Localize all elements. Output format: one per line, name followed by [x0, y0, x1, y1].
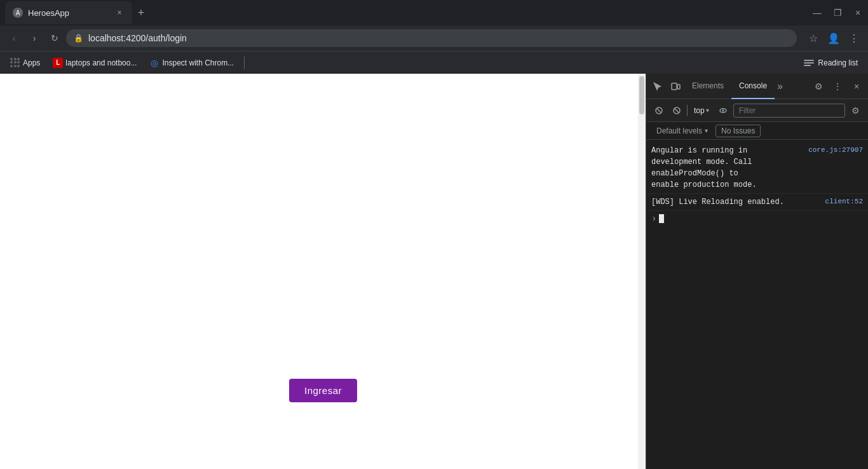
close-window-button[interactable]: × — [853, 8, 863, 18]
devtools-levels-button[interactable]: Default levels ▾ — [651, 125, 713, 137]
reload-button[interactable]: ↻ — [46, 29, 64, 47]
bookmarks-separator — [244, 57, 245, 69]
url-bar[interactable]: 🔒 localhost:4200/auth/login — [66, 29, 797, 47]
svg-rect-0 — [672, 83, 677, 90]
bookmark-laptops-label: laptops and notboo... — [65, 58, 137, 67]
console-source-1[interactable]: client:52 — [825, 196, 863, 205]
devtools-more-tabs[interactable]: » — [775, 81, 785, 92]
devtools-ban-button[interactable] — [669, 103, 684, 118]
svg-point-7 — [722, 109, 724, 111]
ingresar-button[interactable]: Ingresar — [289, 379, 357, 402]
back-button[interactable]: ‹ — [5, 29, 23, 47]
profile-button[interactable]: 👤 — [825, 29, 843, 47]
svg-line-3 — [657, 109, 661, 112]
devtools-context-selector[interactable]: top ▾ — [690, 105, 713, 116]
devtools-device-button[interactable] — [667, 78, 684, 95]
reading-list-button[interactable]: Reading list — [799, 55, 863, 71]
devtools-levels-label: Default levels — [656, 126, 702, 135]
tab-favicon: A — [13, 8, 23, 18]
console-message-0: Angular is running in development mode. … — [651, 145, 803, 191]
bookmark-inspect[interactable]: ◎ Inspect with Chrom... — [144, 55, 239, 71]
bookmark-star-button[interactable]: ☆ — [804, 29, 822, 47]
menu-button[interactable]: ⋮ — [845, 29, 863, 47]
devtools-more-button[interactable]: ⋮ — [829, 78, 846, 95]
devtools-toolbar: Elements Console » ⚙ ⋮ × — [646, 74, 868, 99]
devtools-tabs: Elements Console » — [684, 74, 810, 99]
bookmark-apps-label: Apps — [23, 58, 40, 67]
devtools-levels-arrow: ▾ — [705, 127, 708, 134]
main-area: Ingresar Elements Console » — [0, 74, 868, 469]
svg-line-5 — [675, 108, 679, 112]
bookmarks-bar: Apps L laptops and notboo... ◎ Inspect w… — [0, 51, 868, 74]
devtools-tab-console[interactable]: Console — [731, 74, 775, 99]
bookmark-inspect-icon: ◎ — [149, 58, 159, 68]
bookmark-laptops-icon: L — [53, 58, 63, 68]
webpage: Ingresar — [0, 74, 638, 469]
maximize-button[interactable]: ❐ — [832, 8, 843, 18]
devtools-filter-settings[interactable]: ⚙ — [848, 103, 863, 118]
devtools-levels-bar: Default levels ▾ No Issues — [646, 122, 868, 140]
bookmark-apps[interactable]: Apps — [5, 55, 45, 71]
bookmark-inspect-label: Inspect with Chrom... — [162, 58, 234, 67]
devtools-tab-elements[interactable]: Elements — [684, 74, 731, 99]
prompt-arrow-icon: › — [651, 214, 656, 224]
window-controls: — ❐ × — [812, 8, 863, 18]
console-cursor — [659, 214, 664, 223]
svg-rect-1 — [677, 85, 680, 89]
devtools-context-arrow: ▾ — [706, 107, 709, 114]
tab-title: HeroesApp — [28, 8, 109, 18]
devtools-eye-button[interactable] — [715, 103, 731, 118]
console-message-1: [WDS] Live Reloading enabled. — [651, 196, 820, 208]
console-entry-0: Angular is running in development mode. … — [646, 142, 868, 194]
url-text: localhost:4200/auth/login — [88, 33, 789, 43]
devtools-panel: Elements Console » ⚙ ⋮ × — [646, 74, 868, 469]
devtools-toolbar-right: ⚙ ⋮ × — [810, 78, 865, 95]
reading-list-icon — [804, 58, 814, 68]
devtools-context-label: top — [694, 106, 705, 115]
reading-list-label: Reading list — [818, 58, 858, 67]
console-entry-1: [WDS] Live Reloading enabled. client:52 — [646, 194, 868, 211]
minimize-button[interactable]: — — [812, 8, 822, 18]
filter-separator — [687, 105, 688, 116]
bookmark-laptops[interactable]: L laptops and notboo... — [48, 55, 142, 71]
devtools-clear-button[interactable] — [651, 103, 667, 118]
console-prompt[interactable]: › — [646, 211, 868, 226]
apps-grid-icon — [10, 58, 20, 68]
devtools-filter-bar: top ▾ ⚙ — [646, 99, 868, 122]
devtools-inspect-button[interactable] — [649, 78, 667, 95]
devtools-console: Angular is running in development mode. … — [646, 140, 868, 469]
devtools-filter-input[interactable] — [733, 104, 845, 118]
browser-tab[interactable]: A HeroesApp × — [5, 1, 132, 24]
title-bar: A HeroesApp × + — ❐ × — [0, 0, 868, 25]
browser-chrome: A HeroesApp × + — ❐ × ‹ › ↻ 🔒 localhost:… — [0, 0, 868, 74]
address-bar-right: ☆ 👤 ⋮ — [804, 29, 863, 47]
devtools-no-issues-badge: No Issues — [715, 125, 761, 137]
forward-button[interactable]: › — [25, 29, 43, 47]
tab-close-button[interactable]: × — [114, 8, 125, 18]
devtools-close-button[interactable]: × — [848, 78, 865, 95]
console-source-0[interactable]: core.js:27907 — [808, 145, 863, 154]
webpage-scrollbar[interactable] — [638, 74, 646, 469]
address-bar: ‹ › ↻ 🔒 localhost:4200/auth/login ☆ 👤 ⋮ — [0, 25, 868, 51]
lock-icon: 🔒 — [74, 34, 83, 43]
scrollbar-thumb[interactable] — [639, 76, 644, 114]
new-tab-button[interactable]: + — [132, 4, 150, 22]
devtools-settings-button[interactable]: ⚙ — [810, 78, 827, 95]
